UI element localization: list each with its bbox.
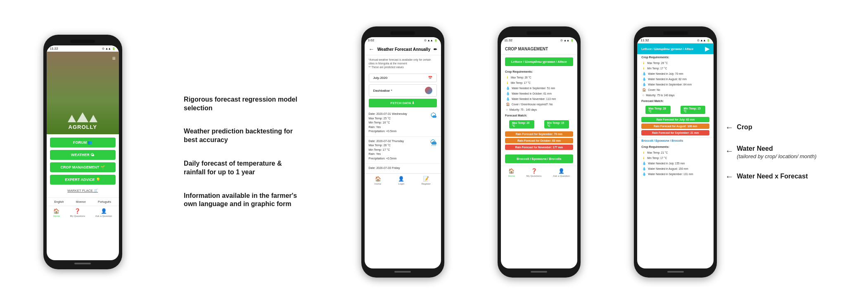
fetch-data-button[interactable]: FETCH DATA ⬇: [369, 99, 437, 107]
nav-home-2[interactable]: 🏠 Home: [375, 176, 381, 185]
lang-english[interactable]: English: [54, 200, 64, 203]
bullet-cover: 🏠: [506, 102, 510, 106]
p4-badge-sep: Rain Forecast for September: 21 mm: [641, 130, 709, 135]
req-water-oct: 💧 Water Needed in October: 61 mm: [501, 91, 577, 96]
status-bar-3: 11:32 ⊙ ▲▲ 🔋: [501, 37, 577, 43]
crop-requirements-title: Crop Requirements:: [501, 69, 577, 75]
home-icon-3: 🏠: [508, 168, 515, 174]
bottom-nav-2: 🏠 Home 👤 Login 📝 Register: [365, 173, 441, 187]
p4-broccoli-jul-text: Water Needed in July: 155 mm: [648, 162, 685, 165]
entry-1-text: Date: 2020-07-01 Wednesday Max Temp: 25 …: [369, 112, 407, 134]
callout-forecast-container: ← Water Need x Forecast: [725, 172, 816, 181]
p4-req-max: 🌡 Max Temp: 26 °C: [637, 60, 714, 66]
p4-broccoli-bullet-sep: 💧: [642, 172, 646, 176]
phone-notch: [70, 40, 95, 43]
agrolly-name: AGROLLY: [69, 124, 97, 130]
status-icons-4: ⊙ ▲▲ 🔋: [697, 39, 711, 42]
req-cover: 🏠 Cover / Greenhouse required?: No: [501, 102, 577, 107]
nav-ask-3[interactable]: 👤 Ask a Question: [553, 168, 570, 177]
entry-2-precip: Precipitation: <0.5mm: [369, 157, 404, 161]
callout-forecast-label: Water Need x Forecast: [737, 172, 808, 181]
nav-home-label-3: Home: [508, 175, 515, 177]
nav-questions-3[interactable]: ❓ My Questions: [526, 168, 542, 177]
nav-home-label-2: Home: [375, 183, 381, 185]
date-selector[interactable]: July-2020 📅: [369, 74, 437, 82]
req-cover-text: Cover / Greenhouse required?: No: [512, 103, 553, 106]
req-water-nov-text: Water Needed in November: 113 mm: [512, 97, 556, 100]
nav-register-2[interactable]: 📝 Register: [422, 176, 431, 185]
nav-questions-label-1: My Questions: [70, 215, 85, 217]
pencil-icon: ✏: [434, 47, 437, 52]
p4-broccoli-min-text: Min Temp: 17 °C: [647, 157, 667, 159]
weather-button[interactable]: WEATHER 🌤: [50, 150, 116, 160]
questions-icon-3: ❓: [531, 168, 537, 174]
p4-badge-max: Max Temp: 28 °C: [645, 106, 671, 114]
phone-notch-2: [390, 31, 415, 35]
expert-advice-button[interactable]: EXPERT ADVICE 💡: [50, 175, 116, 185]
back-arrow-icon[interactable]: ←: [369, 46, 375, 52]
crop4-header: Lettuce / Шанцайны ургамал / Alface ▶: [637, 43, 714, 54]
time-3: 11:32: [504, 38, 512, 42]
p4-broccoli-req-title: Crop Requirements:: [637, 144, 714, 150]
p4-req-cover: 🏠 Cover: No: [637, 87, 714, 93]
p4-forecast-row-1: Max Temp: 28 °C Min Temp: 15 °C: [637, 104, 714, 116]
bullet-water-nov: 💧: [506, 97, 510, 101]
status-icons-2: ⊙ ▲▲ 🔋: [424, 39, 438, 42]
callout-crop-label: Crop: [737, 123, 752, 132]
lang-portuguese[interactable]: Português: [98, 200, 111, 203]
broccoli-button[interactable]: Broccoli / Брокколи / Brocolis: [505, 154, 573, 163]
marketplace-button[interactable]: MARKET PLACE 🛒: [50, 187, 116, 194]
home-bar-2: [394, 271, 411, 273]
p4-bullet-max: 🌡: [642, 61, 645, 65]
p4-req-max-text: Max Temp: 26 °C: [647, 62, 668, 64]
nav-home-3[interactable]: 🏠 Home: [508, 168, 515, 177]
forecast-badge-oct: Rain Forecast for October: 83 mm: [505, 138, 573, 143]
req-maturity: ○ Maturity: 75 - 140 days: [501, 107, 577, 112]
entry-1-date: Date: 2020-07-01 Wednesday: [369, 112, 407, 116]
req-water-sep: 💧 Water Needed in September: 51 mm: [501, 86, 577, 91]
lang-mongolian[interactable]: Монгол: [76, 200, 86, 203]
status-bar-4: 11:32 ⊙ ▲▲ 🔋: [637, 37, 714, 43]
p4-req-cover-text: Cover: No: [648, 88, 660, 91]
home-bar-3: [531, 271, 547, 273]
nav-login-2[interactable]: 👤 Login: [398, 176, 404, 185]
status-bar-1: 11:22 ⊙ ▲▲ 🔋: [47, 45, 119, 52]
agrolly-background: ≡ AGROLLY: [47, 52, 119, 134]
p4-req-jul-text: Water Needed in July: 70 mm: [648, 72, 683, 75]
req-min-temp-text: Min Temp: 17 °C: [511, 81, 531, 84]
annotation-1: Rigorous forecast regression model selec…: [184, 95, 299, 113]
phone2-screen: 3:02 ⊙ ▲▲ 🔋 ← Weather Forecast Annually …: [365, 37, 441, 268]
p4-broccoli-sep: 💧 Water Needed in September: 131 mm: [637, 171, 714, 177]
p4-badge-min: Min Temp: 15 °C: [681, 106, 705, 114]
bullet-maturity: ○: [506, 108, 508, 112]
nav-home-1[interactable]: 🏠 Home: [53, 208, 60, 217]
nav-home-label-1: Home: [53, 215, 60, 217]
entry-1-max: Max Temp: 25 °C: [369, 116, 407, 121]
arrow-forecast-icon: ←: [725, 172, 733, 181]
entry-2-date: Date: 2020-07-02 Thursday: [369, 139, 404, 144]
callout-water-sublabel: (tailored by crop/ location/ month): [737, 153, 816, 159]
menu-buttons: FORUM 👥 WEATHER 🌤 CROP MANAGEMENT 🌱 EXPE…: [47, 134, 119, 197]
calendar-icon: 📅: [428, 76, 432, 80]
arrow-crop-icon: ←: [725, 123, 733, 132]
arrow-right-icon: ▶: [705, 45, 709, 52]
phone-notch-4: [663, 31, 688, 35]
req-water-nov: 💧 Water Needed in November: 113 mm: [501, 96, 577, 102]
p4-bullet-maturity: ○: [642, 93, 644, 97]
p4-badge-aug: Rain Forecast for August: 106 mm: [641, 124, 709, 129]
nav-questions-1[interactable]: ❓ My Questions: [70, 208, 85, 217]
p4-req-maturity-text: Maturity: 75 to 140 days: [646, 94, 674, 97]
lettuce-button[interactable]: Lettuce / Шанцайны ургамал / Alface: [505, 57, 573, 66]
hamburger-icon[interactable]: ≡: [112, 55, 116, 62]
forum-button[interactable]: FORUM 👥: [50, 138, 116, 147]
p4-bullet-sep: 💧: [642, 83, 646, 86]
nav-ask-1[interactable]: 👤 Ask a Question: [95, 208, 112, 217]
p4-bullet-cover: 🏠: [642, 88, 646, 92]
city-value: Dashbalbar *: [373, 89, 392, 93]
annotations-panel: Rigorous forecast regression model selec…: [175, 87, 308, 217]
crop-management-button[interactable]: CROP MANAGEMENT 🌱: [50, 162, 116, 172]
city-selector[interactable]: Dashbalbar *: [369, 84, 437, 97]
p4-broccoli-sep-text: Water Needed in September: 131 mm: [648, 173, 693, 176]
forecast-badge-max-temp: Max Temp: 28 °C: [509, 120, 534, 128]
nav-login-label-2: Login: [398, 183, 404, 185]
